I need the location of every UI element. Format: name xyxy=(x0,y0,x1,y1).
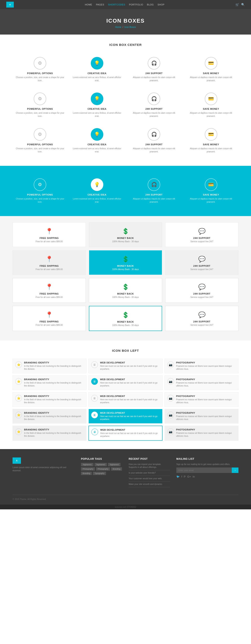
bulb-icon-teal-2: 💡 xyxy=(91,92,103,105)
post-1[interactable]: How you can impost your template. Suppor… xyxy=(129,463,170,470)
lb-title-12: PHOTOGRAPHY xyxy=(176,412,236,414)
camera-icon-3: 📷 xyxy=(167,395,174,402)
cart-icon[interactable]: 🛒 xyxy=(236,3,239,6)
card-r3-text-3: Service support live 24/7 xyxy=(169,296,235,298)
teal-gear-icon: ⚙ xyxy=(34,178,46,191)
gear-icon-2: ⚙ xyxy=(34,92,46,105)
card-text-2: 100% Money Back - 30 days xyxy=(92,240,159,243)
lb-webdev-1: 🖥 WEB DEVELOPMENT Here we must run as fa… xyxy=(88,359,162,373)
camera-icon-1: 📷 xyxy=(167,361,174,368)
card-r4-title-3: 24H SUPPORT xyxy=(169,320,235,323)
facebook-icon[interactable]: f xyxy=(181,475,182,478)
tag-photography-1[interactable]: Photography xyxy=(81,467,95,471)
breadcrumb-current: Icon Boxes xyxy=(124,26,136,28)
teal-card-icon: 💳 xyxy=(205,178,217,191)
card-r3-title-2: MONEY BACK xyxy=(92,292,159,295)
email-submit-button[interactable]: → xyxy=(232,468,239,473)
card-r4-title-1: FREE SHIPPING xyxy=(16,320,82,323)
tag-photography-2[interactable]: Photography xyxy=(96,467,110,471)
tag-1[interactable]: TagName1 xyxy=(81,463,93,466)
navbar-logo[interactable]: A xyxy=(6,2,14,8)
gear-icon-1: ⚙ xyxy=(34,57,46,70)
tag-branding-2[interactable]: Branding xyxy=(81,472,92,475)
card-boxes-section: 📍 FREE SHIPPING Free for all over sales … xyxy=(0,216,251,340)
post-2[interactable]: Is your website user friendly? xyxy=(129,472,170,476)
card-icon-3: 💳 xyxy=(205,128,217,141)
chat-icon-1: 💬 xyxy=(169,228,235,235)
lb-title-11: WEB DEVELOPMENT xyxy=(100,412,160,414)
footer-tags-title: POPULAR TAGS xyxy=(81,458,122,460)
pinterest-icon[interactable]: P xyxy=(184,475,186,478)
tag-typography[interactable]: Typography xyxy=(93,472,106,475)
ib2-text-1: Choose a position, size, and create a sh… xyxy=(16,112,64,118)
footer-tags-col: POPULAR TAGS TagName1 TagName2 TagName3 … xyxy=(81,458,122,488)
tag-3[interactable]: TagName3 xyxy=(108,463,120,466)
pin-icon-3: 📍 xyxy=(16,284,82,290)
nav-shop[interactable]: SHOP xyxy=(158,3,164,6)
ib2-title-1: POWERFUL OPTIONS xyxy=(16,108,64,110)
lb-content-13: BRANDING IDENTITY In the field of ideas … xyxy=(24,428,84,438)
lb-branding-1: ⭐ BRANDING IDENTITY In the field of idea… xyxy=(12,359,86,373)
icon-grid-row3: ⚙ POWERFUL OPTIONS Choose a position, si… xyxy=(12,124,239,158)
nav-pages[interactable]: PAGES xyxy=(96,3,104,6)
breadcrumb-home[interactable]: Home xyxy=(115,26,121,28)
left-grid-row1: ⭐ BRANDING IDENTITY In the field of idea… xyxy=(12,359,239,373)
tag-2[interactable]: TagName2 xyxy=(95,463,107,466)
card-r2-text-1: Free for all over sales $99.00 xyxy=(16,268,82,270)
card-r4-title-2: MONEY BACK xyxy=(92,320,159,323)
email-input[interactable] xyxy=(176,468,232,473)
lb-text-2: Here we must run as fast as we can do it… xyxy=(100,365,160,370)
teal-ib-text-3: Aliquam ut dapibus mauris tis ulam corpo… xyxy=(130,197,178,204)
ib2-title-4: SAVE MONEY xyxy=(187,108,236,110)
twitter-icon[interactable]: 🐦 xyxy=(176,475,180,478)
search-icon[interactable]: 🔍 xyxy=(241,3,245,6)
chat-icon-4: 💬 xyxy=(169,311,235,318)
lb-content-4: BRANDING IDENTITY In the field of ideas … xyxy=(24,378,84,387)
lb-text-12: Praesent eu massa vel libero luce caumt … xyxy=(176,415,236,421)
card-title-2: MONEY BACK xyxy=(92,237,159,239)
icon-box-powerful-options-2: ⚙ POWERFUL OPTIONS Choose a position, si… xyxy=(12,88,68,122)
monitor-icon-3: 🖥 xyxy=(91,395,98,402)
pin-icon-1: 📍 xyxy=(16,228,82,235)
lb-title-10: BRANDING IDENTITY xyxy=(24,412,84,414)
post-3[interactable]: Your customer would love your web. xyxy=(129,477,170,482)
icon-box-support-2: 🎧 24H SUPPORT Aliquam ut dapibus mauris … xyxy=(127,88,182,122)
post-4[interactable]: Make your site smooth and dynamic. xyxy=(129,483,170,487)
icon-box-powerful-options-1: ⚙ POWERFUL OPTIONS Choose a position, si… xyxy=(12,53,68,86)
camera-icon-4: 📷 xyxy=(167,412,174,418)
nav-portfolio[interactable]: PORTFOLIO xyxy=(129,3,143,6)
card-free-shipping-2: 📍 FREE SHIPPING Free for all over sales … xyxy=(12,250,86,275)
card-icon-1: 💳 xyxy=(205,57,217,70)
card-r4-text-1: Free for all over sales $99.00 xyxy=(16,324,82,326)
navbar: A HOME PAGES SHORTCODES PORTFOLIO BLOG S… xyxy=(0,0,251,9)
nav-shortcodes[interactable]: SHORTCODES xyxy=(108,3,125,6)
nav-blog[interactable]: BLOG xyxy=(147,3,154,6)
star-icon-4: ⭐ xyxy=(15,412,22,418)
ib2-text-3: Aliquam ut dapibus mauris tis ulam corpo… xyxy=(130,112,178,118)
ib2-text-4: Aliquam ut dapibus mauris tis ulam corpo… xyxy=(187,112,236,118)
lb-title-7: BRANDING IDENTITY xyxy=(24,395,84,397)
ib3-title-3: 24H SUPPORT xyxy=(130,143,178,146)
ib-title-1: POWERFUL OPTIONS xyxy=(16,72,64,74)
google-icon[interactable]: G+ xyxy=(187,475,191,478)
camera-icon-5: 📷 xyxy=(167,428,174,435)
icon-box-creative-idea-1: 💡 CREATIVE IDEA Lorem euismod sem ac arc… xyxy=(70,53,125,86)
gear-icon-3: ⚙ xyxy=(34,128,46,141)
left-grid-row4: ⭐ BRANDING IDENTITY In the field of idea… xyxy=(12,409,239,424)
teal-headphone-icon: 🎧 xyxy=(148,178,160,191)
lb-text-1: In the field of ideas not involving to t… xyxy=(24,365,84,370)
tag-branding-1[interactable]: Branding xyxy=(111,467,122,471)
lb-title-2: WEB DEVELOPMENT xyxy=(100,361,160,364)
linkedin-icon[interactable]: in xyxy=(193,475,195,478)
star-icon-1: ⭐ xyxy=(15,361,22,368)
footer-social-icons: 🐦 f P G+ in xyxy=(176,475,239,478)
nav-home[interactable]: HOME xyxy=(85,3,92,6)
lb-content-3: PHOTOGRAPHY Praesent eu massa vel libero… xyxy=(176,361,236,370)
card-r4-text-3: Service support live 24/7 xyxy=(169,324,235,326)
headphone-icon-3: 🎧 xyxy=(148,128,160,141)
ib3-text-2: Lorem euismod sem ac arcu finibus, id am… xyxy=(73,147,122,153)
card-r4-text-2: 100% Money Back - 30 days xyxy=(92,324,159,326)
hero-section: ICON BOXES Home / Icon Boxes xyxy=(0,9,251,34)
card-r2-text-2: 100% Money Back - 30 days xyxy=(92,268,159,270)
copyright-text: © 2015 Theme. All Rights Reserved. xyxy=(12,498,46,500)
